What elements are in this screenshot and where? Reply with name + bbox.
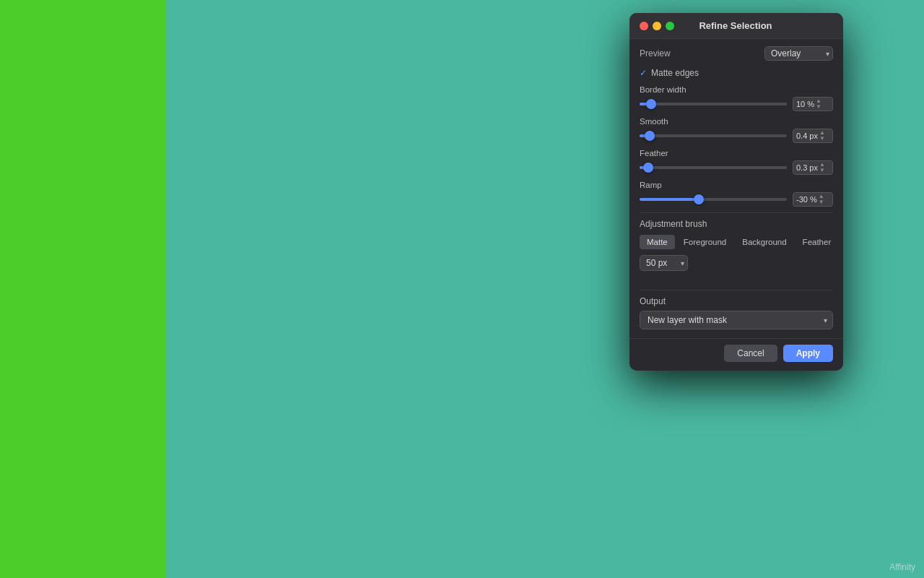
tab-matte[interactable]: Matte: [640, 235, 675, 249]
preview-label: Preview: [640, 48, 671, 59]
output-select-wrapper: New layer with mask Selection Mask New l…: [640, 311, 833, 329]
tab-foreground[interactable]: Foreground: [676, 235, 733, 249]
dialog-titlebar: Refine Selection: [629, 13, 843, 39]
cancel-button[interactable]: Cancel: [724, 345, 777, 362]
preview-select[interactable]: Overlay None Black Matte White Matte: [764, 46, 833, 61]
brush-size-select[interactable]: 50 px 10 px 25 px 100 px 200 px: [640, 255, 688, 271]
ramp-value-box: -30 % ▲ ▼: [793, 192, 833, 207]
smooth-down[interactable]: ▼: [819, 136, 825, 142]
brush-size-select-wrapper: 50 px 10 px 25 px 100 px 200 px: [640, 255, 688, 271]
matte-edges-row[interactable]: ✓ Matte edges: [640, 68, 833, 78]
ramp-down[interactable]: ▼: [819, 199, 824, 205]
preview-select-wrapper: Overlay None Black Matte White Matte: [764, 46, 833, 61]
output-section: Output New layer with mask Selection Mas…: [629, 277, 843, 329]
dialog-footer: Cancel Apply: [629, 338, 843, 371]
dialog-title: Refine Selection: [638, 20, 833, 31]
smooth-section: Smooth 0.4 px ▲ ▼: [640, 117, 833, 143]
smooth-label: Smooth: [640, 117, 833, 126]
feather-down[interactable]: ▼: [819, 168, 825, 173]
smooth-value-box: 0.4 px ▲ ▼: [793, 129, 833, 143]
refine-selection-dialog: Refine Selection Preview Overlay None Bl…: [629, 13, 843, 371]
divider-2: [640, 290, 833, 290]
feather-row: 0.3 px ▲ ▼: [640, 160, 833, 175]
smooth-stepper[interactable]: ▲ ▼: [819, 130, 825, 142]
tab-feather[interactable]: Feather: [796, 235, 839, 249]
adjustment-brush-section: Adjustment brush Matte Foreground Backgr…: [640, 219, 833, 271]
ramp-thumb[interactable]: [694, 194, 704, 204]
matte-edges-checkmark: ✓: [640, 68, 647, 78]
feather-value: 0.3 px: [796, 163, 818, 172]
border-width-value-box: 10 % ▲ ▼: [793, 97, 833, 111]
tab-background[interactable]: Background: [735, 235, 793, 249]
matte-edges-label: Matte edges: [651, 68, 699, 78]
feather-slider[interactable]: [640, 166, 787, 169]
brush-tabs: Matte Foreground Background Feather: [640, 235, 833, 249]
smooth-value: 0.4 px: [796, 131, 818, 140]
ramp-fill: [640, 198, 699, 201]
ramp-label: Ramp: [640, 181, 833, 189]
ramp-row: -30 % ▲ ▼: [640, 192, 833, 207]
adjustment-brush-label: Adjustment brush: [640, 219, 833, 229]
border-width-value: 10 %: [796, 100, 814, 108]
smooth-thumb[interactable]: [645, 131, 655, 141]
feather-stepper[interactable]: ▲ ▼: [819, 162, 825, 173]
apply-button[interactable]: Apply: [783, 345, 833, 362]
feather-section: Feather 0.3 px ▲ ▼: [640, 149, 833, 175]
affinity-watermark: Affinity: [889, 562, 915, 572]
border-width-row: 10 % ▲ ▼: [640, 97, 833, 111]
output-label: Output: [640, 296, 833, 306]
border-width-section: Border width 10 % ▲ ▼: [640, 85, 833, 111]
border-width-stepper[interactable]: ▲ ▼: [816, 98, 821, 110]
dialog-content: Preview Overlay None Black Matte White M…: [629, 39, 843, 271]
border-width-label: Border width: [640, 85, 833, 94]
ramp-stepper[interactable]: ▲ ▼: [819, 194, 824, 205]
ramp-value: -30 %: [796, 195, 817, 204]
output-select[interactable]: New layer with mask Selection Mask New l…: [640, 311, 833, 329]
border-width-thumb[interactable]: [646, 99, 656, 109]
border-width-down[interactable]: ▼: [816, 104, 821, 110]
ramp-section: Ramp -30 % ▲ ▼: [640, 181, 833, 207]
feather-label: Feather: [640, 149, 833, 158]
feather-value-box: 0.3 px ▲ ▼: [793, 160, 833, 175]
divider-1: [640, 212, 833, 213]
smooth-slider[interactable]: [640, 134, 787, 137]
border-width-slider[interactable]: [640, 103, 787, 105]
brush-size-row: 50 px 10 px 25 px 100 px 200 px: [640, 255, 833, 271]
smooth-row: 0.4 px ▲ ▼: [640, 129, 833, 143]
green-panel: [0, 0, 166, 578]
feather-thumb[interactable]: [643, 163, 653, 173]
preview-row: Preview Overlay None Black Matte White M…: [640, 46, 833, 61]
ramp-slider[interactable]: [640, 198, 787, 201]
